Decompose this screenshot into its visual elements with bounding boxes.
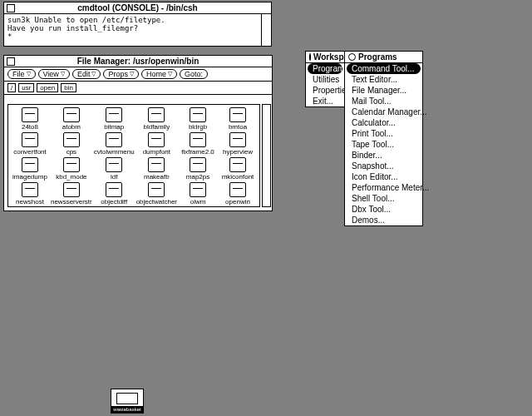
file-icon[interactable]: dumpfont	[136, 132, 177, 156]
file-label: map2ps	[186, 173, 209, 181]
file-icon[interactable]: 24to8	[11, 107, 49, 131]
console-window[interactable]: cmdtool (CONSOLE) - /bin/csh sun3k Unabl…	[3, 2, 272, 47]
programs-menu-item[interactable]: Dbx Tool...	[345, 204, 422, 215]
document-icon	[190, 107, 206, 122]
file-icon[interactable]: fixframe2.0	[179, 132, 217, 156]
document-icon	[190, 157, 206, 172]
programs-menu-item[interactable]: Tape Tool...	[345, 139, 422, 150]
filemgr-scrollbar[interactable]	[262, 104, 271, 207]
filemgr-toolbar: File▽ View▽ Edit▽ Props▽ Home▽ Goto:	[4, 67, 272, 82]
programs-menu-item[interactable]: Print Tool...	[345, 128, 422, 139]
programs-menu-item[interactable]: Command Tool...	[347, 63, 421, 74]
file-icon[interactable]: hyperview	[219, 132, 257, 156]
file-icon[interactable]: cps	[51, 132, 92, 156]
document-icon	[22, 132, 38, 147]
document-icon	[106, 107, 122, 122]
workspace-menu-item[interactable]: Utilities	[306, 74, 344, 85]
chevron-down-icon: ▽	[27, 71, 31, 77]
file-label: olwm	[190, 198, 206, 206]
console-scrollbar[interactable]	[261, 14, 271, 46]
props-button[interactable]: Props▽	[103, 69, 139, 79]
programs-menu-item[interactable]: Text Editor...	[345, 74, 422, 85]
file-icon[interactable]: map2ps	[179, 157, 217, 181]
chevron-down-icon: ▽	[91, 71, 96, 77]
programs-menu-item[interactable]: File Manager...	[345, 85, 422, 96]
pushpin-icon[interactable]	[348, 53, 356, 61]
path-bar: / usr open bin	[4, 82, 272, 95]
file-button[interactable]: File▽	[7, 69, 36, 79]
path-seg[interactable]: open	[37, 83, 58, 92]
workspace-menu-item[interactable]: Properties...	[306, 85, 344, 96]
path-seg[interactable]: bin	[61, 83, 76, 92]
file-label: bitmap	[104, 123, 124, 131]
file-icon[interactable]: mkiconfont	[219, 157, 257, 181]
programs-menu-item[interactable]: Binder...	[345, 150, 422, 161]
programs-menu-item[interactable]: Mail Tool...	[345, 96, 422, 106]
programs-menu-item[interactable]: Calendar Manager...	[345, 106, 422, 117]
pushpin-icon[interactable]	[309, 53, 311, 61]
programs-menu-item[interactable]: Icon Editor...	[345, 171, 422, 182]
file-icon[interactable]: openwin	[219, 182, 257, 206]
programs-menu-item[interactable]: Demos...	[345, 215, 422, 225]
file-icon[interactable]: atobm	[51, 107, 92, 131]
file-icon[interactable]: bldrgb	[179, 107, 217, 131]
programs-menu-item[interactable]: Snapshot...	[345, 161, 422, 171]
iconified-window[interactable]: wastebasket	[111, 389, 144, 414]
path-seg[interactable]: usr	[18, 83, 34, 92]
document-icon	[190, 182, 206, 197]
file-icon[interactable]: objectwatcher	[136, 182, 177, 206]
file-icon[interactable]: olwm	[179, 182, 217, 206]
document-icon	[190, 132, 206, 147]
programs-menu-item[interactable]: Shell Tool...	[345, 193, 422, 204]
file-label: bldfamily	[144, 123, 170, 131]
chevron-down-icon: ▽	[61, 71, 65, 77]
document-icon	[148, 157, 165, 172]
file-icon[interactable]: newsserverstr	[51, 182, 92, 206]
path-root[interactable]: /	[7, 83, 16, 92]
file-icon[interactable]: objectdiff	[94, 182, 135, 206]
chevron-down-icon: ▽	[130, 71, 134, 77]
file-manager-window[interactable]: File Manager: /usr/openwin/bin File▽ Vie…	[3, 55, 273, 211]
filemgr-titlebar[interactable]: File Manager: /usr/openwin/bin	[4, 56, 272, 67]
document-icon	[63, 132, 80, 147]
workspace-menu[interactable]: Workspa ProgramsUtilitiesProperties...Ex…	[305, 51, 345, 107]
trash-icon	[116, 393, 138, 404]
programs-menu-item[interactable]: Calculator...	[345, 117, 422, 128]
programs-menu[interactable]: Programs Command Tool...Text Editor...Fi…	[344, 51, 423, 226]
workspace-menu-item[interactable]: Programs	[308, 63, 342, 74]
file-icon[interactable]: bmtoa	[219, 107, 257, 131]
file-icon[interactable]: bitmap	[94, 107, 135, 131]
file-label: objectdiff	[101, 198, 127, 206]
file-icon[interactable]: ldf	[94, 157, 135, 181]
close-icon[interactable]	[7, 57, 15, 66]
file-label: convertfont	[13, 148, 47, 156]
document-icon	[148, 132, 165, 147]
home-button[interactable]: Home▽	[141, 69, 177, 79]
file-icon[interactable]: cvtolwmmenu	[94, 132, 135, 156]
file-label: openwin	[225, 198, 250, 206]
close-icon[interactable]	[7, 4, 15, 12]
file-label: ldf	[111, 173, 117, 181]
file-label: atobm	[62, 123, 81, 131]
file-icon[interactable]: makeafb	[136, 157, 177, 181]
workspace-menu-title: Workspa	[306, 52, 344, 63]
document-icon	[63, 157, 80, 172]
file-icon[interactable]: kbd_mode	[51, 157, 92, 181]
document-icon	[148, 182, 165, 197]
file-icon[interactable]: bldfamily	[136, 107, 177, 131]
file-icon[interactable]: newshost	[11, 182, 49, 206]
goto-button[interactable]: Goto:	[180, 69, 208, 79]
view-button[interactable]: View▽	[38, 69, 70, 79]
edit-button[interactable]: Edit▽	[72, 69, 101, 79]
console-titlebar[interactable]: cmdtool (CONSOLE) - /bin/csh	[4, 2, 271, 14]
workspace-menu-item[interactable]: Exit...	[306, 96, 344, 106]
file-icon[interactable]: imagedump	[11, 157, 49, 181]
programs-menu-item[interactable]: Performance Meter...	[345, 182, 422, 193]
file-label: cps	[66, 148, 76, 156]
file-label: makeafb	[144, 173, 170, 181]
file-label: dumpfont	[143, 148, 170, 156]
file-icon-pane[interactable]: 24to8atobmbitmapbldfamilybldrgbbmtoaconv…	[7, 104, 260, 207]
file-label: fixframe2.0	[181, 148, 214, 156]
file-label: bldrgb	[189, 123, 207, 131]
file-icon[interactable]: convertfont	[11, 132, 49, 156]
